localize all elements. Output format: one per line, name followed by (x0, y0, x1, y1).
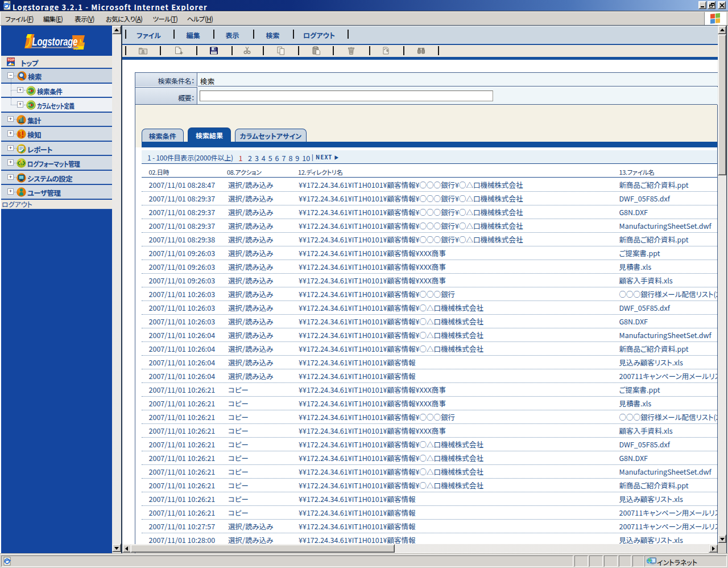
svg-text:TOP: TOP (7, 58, 14, 61)
svg-text:Logstorage: Logstorage (32, 35, 78, 48)
